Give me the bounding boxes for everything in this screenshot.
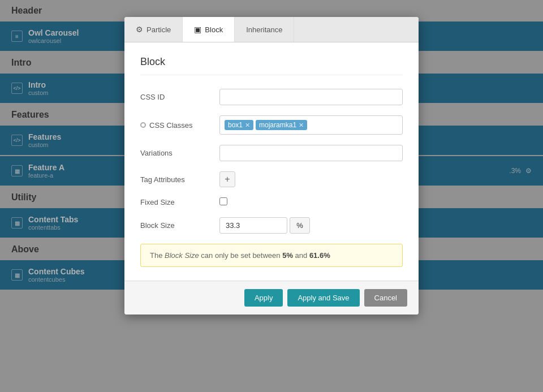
warning-and: and bbox=[293, 251, 309, 260]
tag-attributes-label: Tag Attributes bbox=[140, 175, 219, 184]
tab-block[interactable]: ▣ Block bbox=[183, 17, 235, 42]
variations-input[interactable] bbox=[219, 145, 403, 161]
warning-middle: can only be set between bbox=[199, 251, 282, 260]
tab-block-label: Block bbox=[205, 25, 223, 34]
cancel-button[interactable]: Cancel bbox=[364, 289, 407, 307]
css-id-control bbox=[219, 89, 403, 105]
variations-control bbox=[219, 145, 403, 161]
modal-tabs: ⚙ Particle ▣ Block Inheritance bbox=[124, 17, 419, 42]
css-classes-label: CSS Classes bbox=[140, 121, 219, 130]
apply-button[interactable]: Apply bbox=[244, 289, 283, 307]
fixed-size-row: Fixed Size bbox=[140, 197, 403, 207]
tag-attributes-add-button[interactable]: + bbox=[219, 171, 235, 187]
tag-mojaramka1: mojaramka1 ✕ bbox=[256, 120, 307, 130]
css-classes-radio[interactable] bbox=[140, 122, 146, 128]
css-classes-control: box1 ✕ mojaramka1 ✕ bbox=[219, 115, 403, 135]
warning-min: 5% bbox=[282, 251, 293, 260]
fixed-size-label: Fixed Size bbox=[140, 198, 219, 206]
tab-inheritance[interactable]: Inheritance bbox=[235, 17, 294, 42]
css-id-label: CSS ID bbox=[140, 93, 219, 101]
warning-prefix: The bbox=[150, 251, 165, 260]
css-classes-row: CSS Classes box1 ✕ mojaramka1 ✕ bbox=[140, 115, 403, 135]
modal-title: Block bbox=[140, 56, 403, 75]
tag-attributes-row: Tag Attributes + bbox=[140, 171, 403, 187]
tag-attributes-control: + bbox=[219, 171, 403, 187]
block-size-input[interactable] bbox=[219, 217, 287, 234]
tag-box1: box1 ✕ bbox=[225, 120, 253, 130]
warning-term: Block Size bbox=[165, 251, 199, 260]
block-tab-icon: ▣ bbox=[194, 25, 201, 34]
modal-footer: Apply Apply and Save Cancel bbox=[124, 281, 419, 315]
variations-row: Variations bbox=[140, 145, 403, 161]
fixed-size-control bbox=[219, 197, 403, 207]
modal-overlay: ⚙ Particle ▣ Block Inheritance Block CSS… bbox=[0, 0, 543, 392]
tab-inheritance-label: Inheritance bbox=[246, 25, 282, 34]
block-size-row: Block Size % bbox=[140, 217, 403, 234]
tag-box1-remove[interactable]: ✕ bbox=[245, 122, 250, 129]
tags-input[interactable]: box1 ✕ mojaramka1 ✕ bbox=[219, 115, 403, 135]
tag-mojaramka1-text: mojaramka1 bbox=[259, 121, 296, 129]
block-size-inputs: % bbox=[219, 217, 403, 234]
warning-max: 61.6% bbox=[309, 251, 330, 260]
particle-tab-icon: ⚙ bbox=[136, 25, 143, 34]
block-size-label: Block Size bbox=[140, 221, 219, 230]
tag-box1-text: box1 bbox=[228, 121, 243, 129]
apply-save-button[interactable]: Apply and Save bbox=[287, 289, 359, 307]
block-size-unit: % bbox=[290, 217, 310, 234]
fixed-size-checkbox[interactable] bbox=[219, 197, 227, 205]
variations-label: Variations bbox=[140, 149, 219, 157]
css-id-row: CSS ID bbox=[140, 89, 403, 105]
block-size-control: % bbox=[219, 217, 403, 234]
modal-dialog: ⚙ Particle ▣ Block Inheritance Block CSS… bbox=[124, 17, 419, 315]
css-id-input[interactable] bbox=[219, 89, 403, 105]
modal-body: Block CSS ID CSS Classes bbox=[124, 42, 419, 281]
warning-box: The Block Size can only be set between 5… bbox=[140, 244, 403, 267]
tag-mojaramka1-remove[interactable]: ✕ bbox=[299, 122, 304, 129]
tab-particle[interactable]: ⚙ Particle bbox=[124, 17, 183, 42]
tab-particle-label: Particle bbox=[146, 25, 171, 34]
